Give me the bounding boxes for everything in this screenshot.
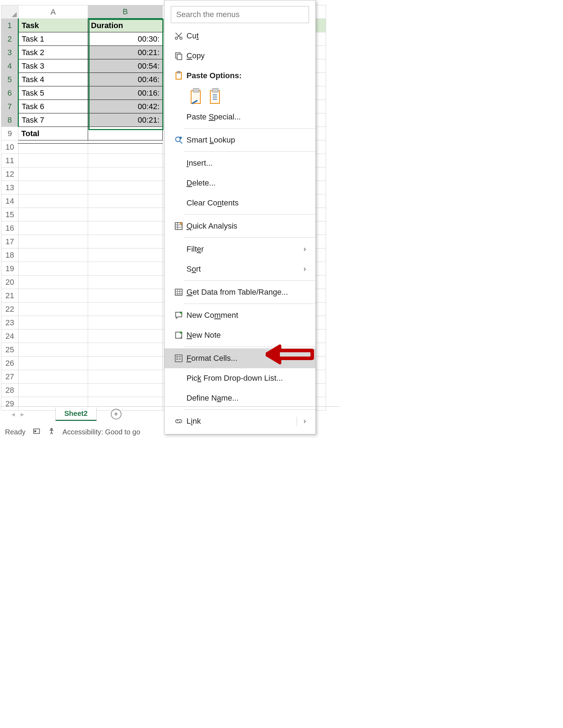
- sheet-tab[interactable]: Sheet2: [55, 407, 97, 421]
- col-head-A[interactable]: A: [18, 5, 88, 19]
- cell-B6[interactable]: 00:16:: [88, 86, 163, 100]
- accessibility-icon[interactable]: [48, 427, 55, 437]
- cell-A2[interactable]: Task 1: [18, 32, 88, 46]
- cell-A27[interactable]: [18, 370, 88, 384]
- cell-A3[interactable]: Task 2: [18, 46, 88, 59]
- cell-A9[interactable]: Total: [18, 127, 88, 140]
- cell-A12[interactable]: [18, 167, 88, 181]
- row-head-16[interactable]: 16: [1, 221, 18, 235]
- cell-A17[interactable]: [18, 235, 88, 248]
- cell-A10[interactable]: [18, 140, 88, 154]
- row-head-23[interactable]: 23: [1, 316, 18, 330]
- row-head-10[interactable]: 10: [1, 140, 18, 154]
- cell-B24[interactable]: [88, 330, 163, 343]
- cell-A25[interactable]: [18, 343, 88, 357]
- cell-A7[interactable]: Task 6: [18, 100, 88, 113]
- cell-A24[interactable]: [18, 330, 88, 343]
- cell-B23[interactable]: [88, 316, 163, 330]
- menu-delete[interactable]: Delete...: [164, 173, 315, 193]
- cell-B19[interactable]: [88, 262, 163, 275]
- row-head-18[interactable]: 18: [1, 248, 18, 262]
- new-sheet-button[interactable]: +: [111, 409, 121, 419]
- row-head-20[interactable]: 20: [1, 275, 18, 289]
- cell-A6[interactable]: Task 5: [18, 86, 88, 100]
- cell-A20[interactable]: [18, 275, 88, 289]
- cell-B25[interactable]: [88, 343, 163, 357]
- cell-A15[interactable]: [18, 208, 88, 221]
- cell-B18[interactable]: [88, 248, 163, 262]
- cell-A21[interactable]: [18, 289, 88, 303]
- cell-A13[interactable]: [18, 181, 88, 194]
- menu-pick-dropdown[interactable]: Pick From Drop-down List...: [164, 368, 315, 388]
- cell-B16[interactable]: [88, 221, 163, 235]
- macro-recorder-icon[interactable]: [33, 427, 40, 437]
- tab-nav-next[interactable]: ▸: [18, 410, 27, 418]
- cell-A4[interactable]: Task 3: [18, 59, 88, 73]
- cell-B27[interactable]: [88, 370, 163, 384]
- row-head-6[interactable]: 6: [1, 86, 18, 100]
- row-head-9[interactable]: 9: [1, 127, 18, 140]
- tab-nav-prev[interactable]: ◂: [9, 410, 18, 418]
- row-head-4[interactable]: 4: [1, 59, 18, 73]
- row-head-3[interactable]: 3: [1, 46, 18, 59]
- row-head-22[interactable]: 22: [1, 303, 18, 316]
- paste-keep-formatting-icon[interactable]: [189, 89, 202, 104]
- menu-filter[interactable]: Filter ›: [164, 239, 315, 259]
- menu-format-cells[interactable]: Format Cells...: [164, 348, 315, 368]
- select-all-triangle[interactable]: [1, 5, 18, 19]
- menu-paste-special[interactable]: Paste Special...: [164, 107, 315, 127]
- cell-B15[interactable]: [88, 208, 163, 221]
- row-head-12[interactable]: 12: [1, 167, 18, 181]
- cell-A11[interactable]: [18, 154, 88, 167]
- menu-search-input[interactable]: Search the menus: [171, 6, 309, 23]
- row-head-5[interactable]: 5: [1, 73, 18, 86]
- menu-sort[interactable]: Sort ›: [164, 259, 315, 279]
- row-head-17[interactable]: 17: [1, 235, 18, 248]
- cell-B22[interactable]: [88, 303, 163, 316]
- cell-B5[interactable]: 00:46:: [88, 73, 163, 86]
- menu-define-name[interactable]: Define Name...: [164, 388, 315, 408]
- cell-B1[interactable]: Duration: [88, 19, 163, 32]
- cell-A23[interactable]: [18, 316, 88, 330]
- row-head-26[interactable]: 26: [1, 357, 18, 370]
- row-head-25[interactable]: 25: [1, 343, 18, 357]
- row-head-1[interactable]: 1: [1, 19, 18, 32]
- menu-clear-contents[interactable]: Clear Contents: [164, 193, 315, 213]
- cell-B2[interactable]: 00:30:: [88, 32, 163, 46]
- cell-B20[interactable]: [88, 275, 163, 289]
- row-head-24[interactable]: 24: [1, 330, 18, 343]
- paste-values-icon[interactable]: [209, 89, 221, 104]
- row-head-7[interactable]: 7: [1, 100, 18, 113]
- cell-B11[interactable]: [88, 154, 163, 167]
- col-head-B[interactable]: B: [88, 5, 163, 19]
- cell-A5[interactable]: Task 4: [18, 73, 88, 86]
- cell-B4[interactable]: 00:54:: [88, 59, 163, 73]
- cell-A18[interactable]: [18, 248, 88, 262]
- menu-insert[interactable]: Insert...: [164, 153, 315, 173]
- row-head-14[interactable]: 14: [1, 194, 18, 208]
- cell-A16[interactable]: [18, 221, 88, 235]
- cell-B17[interactable]: [88, 235, 163, 248]
- cell-B13[interactable]: [88, 181, 163, 194]
- row-head-11[interactable]: 11: [1, 154, 18, 167]
- cell-B28[interactable]: [88, 384, 163, 397]
- cell-A19[interactable]: [18, 262, 88, 275]
- cell-B26[interactable]: [88, 357, 163, 370]
- cell-B7[interactable]: 00:42:: [88, 100, 163, 113]
- menu-quick-analysis[interactable]: Quick Analysis: [164, 216, 315, 236]
- row-head-8[interactable]: 8: [1, 113, 18, 127]
- cell-A28[interactable]: [18, 384, 88, 397]
- cell-A14[interactable]: [18, 194, 88, 208]
- menu-smart-lookup[interactable]: i Smart Lookup: [164, 130, 315, 150]
- cell-A26[interactable]: [18, 357, 88, 370]
- menu-new-note[interactable]: New Note: [164, 325, 315, 345]
- cell-A8[interactable]: Task 7: [18, 113, 88, 127]
- cell-B21[interactable]: [88, 289, 163, 303]
- row-head-28[interactable]: 28: [1, 384, 18, 397]
- cell-B10[interactable]: [88, 140, 163, 154]
- row-head-2[interactable]: 2: [1, 32, 18, 46]
- cell-B12[interactable]: [88, 167, 163, 181]
- row-head-19[interactable]: 19: [1, 262, 18, 275]
- cell-A22[interactable]: [18, 303, 88, 316]
- cell-B8[interactable]: 00:21:: [88, 113, 163, 127]
